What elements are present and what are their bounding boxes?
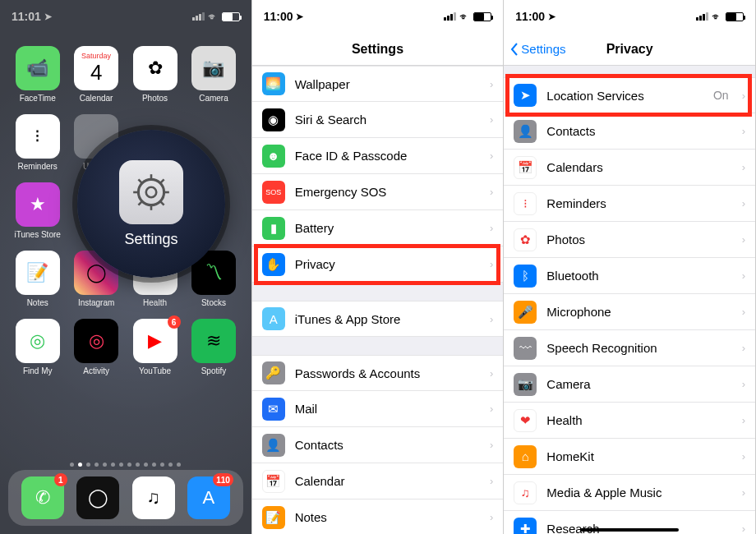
settings-icon: ▮ — [262, 217, 285, 240]
privacy-row[interactable]: 🎤Microphone› — [504, 294, 755, 330]
page-title: Privacy — [606, 42, 653, 57]
home-indicator[interactable] — [580, 528, 679, 532]
privacy-row[interactable]: ⌂HomeKit› — [504, 439, 755, 475]
app-spotify[interactable]: ≋Spotify — [187, 319, 239, 375]
privacy-icon: ➤ — [514, 84, 537, 107]
app-youtube[interactable]: ▶6YouTube — [129, 319, 181, 375]
settings-label: Mail — [295, 402, 480, 416]
chevron-right-icon: › — [490, 367, 493, 380]
settings-app-icon[interactable] — [119, 160, 183, 224]
settings-row[interactable]: AiTunes & App Store› — [252, 301, 504, 337]
app-reminders[interactable]: ⁝Reminders — [12, 114, 63, 171]
app-activity[interactable]: ◎Activity — [70, 319, 122, 375]
privacy-row[interactable]: 📅Calendars› — [504, 150, 755, 186]
chevron-right-icon: › — [490, 78, 493, 90]
chevron-right-icon: › — [490, 511, 493, 523]
settings-row[interactable]: ☻Face ID & Passcode› — [252, 138, 504, 174]
back-button[interactable]: Settings — [510, 42, 565, 56]
privacy-value: On — [713, 89, 729, 102]
settings-row[interactable]: 📅Calendar› — [252, 463, 504, 499]
home-screen: 11:01➤ ᯤ 📹FaceTime Saturday4Calendar ✿Ph… — [0, 0, 252, 534]
svg-line-8 — [159, 179, 164, 183]
status-time: 11:00 — [264, 10, 293, 23]
settings-row[interactable]: ▮Battery› — [252, 210, 504, 246]
privacy-row[interactable]: ♫Media & Apple Music› — [504, 475, 755, 511]
dock-music[interactable]: ♫ — [132, 476, 175, 519]
settings-label: Face ID & Passcode — [295, 149, 480, 163]
privacy-icon: 📷 — [514, 373, 537, 396]
chevron-right-icon: › — [742, 197, 745, 209]
settings-row[interactable]: ◉Siri & Search› — [252, 102, 504, 138]
status-bar: 11:00➤ ᯤ — [504, 0, 755, 33]
privacy-label: Camera — [546, 377, 731, 391]
privacy-label: Health — [546, 413, 731, 427]
privacy-icon: ⁝ — [514, 192, 537, 215]
privacy-row[interactable]: ⁝Reminders› — [504, 186, 755, 222]
chevron-right-icon: › — [742, 522, 745, 534]
settings-zoom-callout: Settings — [77, 130, 225, 278]
chevron-right-icon: › — [490, 475, 493, 487]
wifi-icon: ᯤ — [712, 11, 722, 23]
nav-bar: Settings — [252, 33, 504, 66]
dock-appstore[interactable]: A110 — [187, 476, 230, 519]
privacy-icon: ✿ — [514, 228, 537, 251]
settings-zoom-label: Settings — [124, 231, 177, 248]
settings-icon: ◉ — [262, 108, 285, 131]
dock-watch[interactable]: ◯ — [76, 476, 119, 519]
svg-point-1 — [146, 186, 156, 196]
app-find-my[interactable]: ◎Find My — [12, 319, 63, 375]
app-itunes-store[interactable]: ★iTunes Store — [12, 182, 63, 239]
settings-row[interactable]: ✋Privacy› — [252, 246, 504, 283]
privacy-label: Contacts — [546, 124, 731, 138]
settings-icon: A — [262, 307, 285, 330]
privacy-row[interactable]: ➤Location ServicesOn› — [504, 77, 755, 113]
privacy-row[interactable]: ᛒBluetooth› — [504, 258, 755, 294]
settings-icon: 📅 — [262, 470, 285, 493]
settings-row[interactable]: 🌅Wallpaper› — [252, 66, 504, 102]
app-photos[interactable]: ✿Photos — [129, 46, 181, 103]
settings-row[interactable]: 🔑Passwords & Accounts› — [252, 355, 504, 391]
settings-row[interactable]: 📝Notes› — [252, 499, 504, 534]
status-bar: 11:00➤ ᯤ — [252, 0, 504, 33]
settings-icon: 🔑 — [262, 361, 285, 384]
chevron-right-icon: › — [490, 258, 493, 270]
page-title: Settings — [352, 42, 403, 57]
privacy-row[interactable]: 👤Contacts› — [504, 113, 755, 150]
battery-icon — [726, 12, 744, 21]
privacy-icon: 🎤 — [514, 301, 537, 324]
privacy-row[interactable]: ✿Photos› — [504, 222, 755, 258]
settings-label: Siri & Search — [295, 113, 480, 127]
settings-row[interactable]: ✉Mail› — [252, 391, 504, 427]
settings-row[interactable]: SOSEmergency SOS› — [252, 174, 504, 210]
settings-icon: ✋ — [262, 253, 285, 276]
wifi-icon: ᯤ — [459, 11, 470, 23]
settings-list[interactable]: 🌅Wallpaper›◉Siri & Search›☻Face ID & Pas… — [252, 66, 504, 534]
settings-icon: 📝 — [262, 506, 285, 529]
app-notes[interactable]: 📝Notes — [12, 251, 63, 307]
privacy-label: Microphone — [546, 305, 731, 319]
location-icon: ➤ — [548, 12, 555, 22]
privacy-label: Speech Recognition — [546, 341, 731, 355]
chevron-right-icon: › — [742, 90, 745, 102]
chevron-right-icon: › — [490, 313, 493, 325]
chevron-right-icon: › — [490, 403, 493, 415]
chevron-left-icon — [510, 43, 519, 56]
settings-icon: SOS — [262, 181, 285, 204]
app-calendar[interactable]: Saturday4Calendar — [70, 46, 122, 103]
privacy-row[interactable]: 〰Speech Recognition› — [504, 330, 755, 366]
privacy-label: Reminders — [546, 196, 731, 210]
settings-row[interactable]: 👤Contacts› — [252, 427, 504, 463]
svg-line-7 — [159, 200, 164, 205]
chevron-right-icon: › — [742, 450, 745, 463]
chevron-right-icon: › — [490, 186, 493, 198]
privacy-list[interactable]: ➤Location ServicesOn›👤Contacts›📅Calendar… — [504, 66, 755, 534]
chevron-right-icon: › — [490, 222, 493, 234]
privacy-row[interactable]: ❤Health› — [504, 403, 755, 439]
privacy-row[interactable]: 📷Camera› — [504, 366, 755, 403]
chevron-right-icon: › — [490, 439, 493, 451]
battery-icon — [222, 12, 240, 21]
app-facetime[interactable]: 📹FaceTime — [12, 46, 63, 103]
app-camera[interactable]: 📷Camera — [187, 46, 239, 103]
chevron-right-icon: › — [742, 486, 745, 499]
dock-phone[interactable]: ✆1 — [21, 476, 64, 519]
